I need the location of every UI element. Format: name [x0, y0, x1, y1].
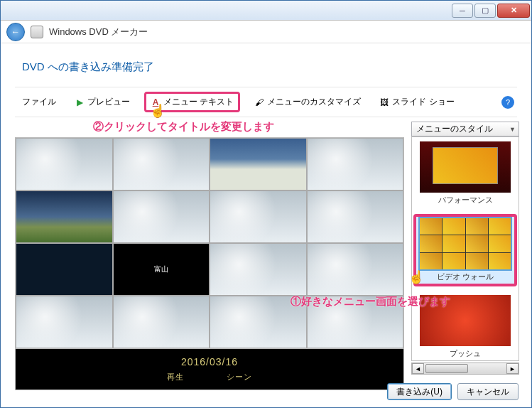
- toolbar: ファイル ▶ プレビュー A メニュー テキスト 🖌 メニューのカスタマイズ 🖼…: [15, 87, 517, 117]
- page-heading: DVD への書き込み準備完了: [15, 50, 517, 87]
- cell-title-text: 富山: [154, 264, 168, 274]
- grid-cell: [210, 243, 307, 296]
- grid-cell: [16, 243, 113, 296]
- cursor-icon: ☝: [150, 103, 165, 119]
- maximize-button[interactable]: ▢: [474, 4, 496, 18]
- preview-button[interactable]: ▶ プレビュー: [70, 94, 134, 110]
- app-title: Windows DVD メーカー: [49, 26, 148, 38]
- grid-cell: [113, 296, 210, 348]
- annotation-1: ①好きなメニュー画面を選びます: [291, 295, 489, 308]
- scroll-thumb[interactable]: [425, 364, 468, 373]
- scroll-left-icon[interactable]: ◄: [412, 363, 424, 374]
- help-icon: ?: [506, 98, 510, 107]
- style-list: パフォーマンス ビデオ ウォール プッシュ: [411, 136, 519, 361]
- grid-cell: [307, 190, 404, 243]
- navbar: ← Windows DVD メーカー: [1, 21, 531, 43]
- slideshow-icon: 🖼: [379, 97, 389, 107]
- customize-label: メニューのカスタマイズ: [267, 96, 361, 108]
- style-label: パフォーマンス: [415, 195, 516, 205]
- play-link[interactable]: 再生: [167, 372, 184, 382]
- preview-pane: ②クリックしてタイトルを変更します ☝ 富山: [15, 122, 404, 390]
- style-label: プッシュ: [415, 348, 516, 359]
- titlebar: ─ ▢ ✕: [1, 1, 531, 21]
- grid-cell: [307, 243, 404, 296]
- customize-button[interactable]: 🖌 メニューのカスタマイズ: [250, 94, 365, 110]
- cursor-icon: ☝: [408, 269, 424, 285]
- style-thumb: [420, 218, 511, 269]
- burn-button[interactable]: 書き込み(U): [387, 383, 452, 400]
- menu-text-label: メニュー テキスト: [163, 96, 234, 108]
- close-button[interactable]: ✕: [497, 4, 530, 18]
- preview-grid: 富山: [15, 137, 404, 349]
- workarea: ②クリックしてタイトルを変更します ☝ 富山: [15, 122, 517, 390]
- style-thumb: [420, 141, 511, 193]
- scroll-right-icon[interactable]: ►: [506, 363, 519, 374]
- preview-footer: 2016/03/16 再生 シーン: [15, 349, 404, 390]
- file-label: ファイル: [22, 96, 56, 108]
- minimize-button[interactable]: ─: [452, 4, 473, 18]
- play-icon: ▶: [75, 97, 85, 107]
- style-dropdown[interactable]: メニューのスタイル ▼: [411, 122, 519, 136]
- annotation-2: ②クリックしてタイトルを変更します: [93, 120, 274, 134]
- help-button[interactable]: ?: [501, 96, 514, 109]
- grid-cell: [210, 190, 307, 243]
- grid-cell: [113, 190, 210, 243]
- chevron-down-icon: ▼: [509, 126, 516, 133]
- arrow-left-icon: ←: [11, 27, 20, 37]
- grid-cell: [210, 138, 307, 190]
- grid-cell: [16, 190, 113, 243]
- app-window: ─ ▢ ✕ ← Windows DVD メーカー DVD への書き込み準備完了 …: [0, 0, 532, 408]
- side-pane: メニューのスタイル ▼ パフォーマンス ビデオ ウォール: [411, 122, 519, 390]
- style-label: ビデオ ウォール: [418, 272, 513, 282]
- cancel-button[interactable]: キャンセル: [457, 383, 519, 400]
- horizontal-scrollbar[interactable]: ◄ ►: [411, 363, 519, 375]
- preview-label: プレビュー: [87, 96, 130, 108]
- style-item-performance[interactable]: パフォーマンス: [413, 140, 517, 207]
- dropdown-label: メニューのスタイル: [416, 123, 493, 135]
- grid-cell-title: 富山: [113, 243, 210, 296]
- content-area: DVD への書き込み準備完了 ファイル ▶ プレビュー A メニュー テキスト …: [1, 43, 531, 397]
- grid-cell: [16, 138, 113, 190]
- style-item-video-wall[interactable]: ビデオ ウォール: [413, 214, 517, 286]
- preview-date: 2016/03/16: [181, 356, 238, 367]
- app-icon: [31, 26, 43, 38]
- customize-icon: 🖌: [254, 97, 264, 107]
- grid-cell: [307, 138, 404, 190]
- file-menu[interactable]: ファイル: [18, 94, 60, 110]
- scene-link[interactable]: シーン: [227, 372, 252, 382]
- back-button[interactable]: ←: [6, 23, 25, 41]
- bottom-bar: 書き込み(U) キャンセル: [387, 383, 519, 400]
- slideshow-label: スライド ショー: [392, 96, 454, 108]
- grid-cell: [16, 296, 113, 348]
- grid-cell: [113, 138, 210, 190]
- slideshow-button[interactable]: 🖼 スライド ショー: [375, 94, 458, 110]
